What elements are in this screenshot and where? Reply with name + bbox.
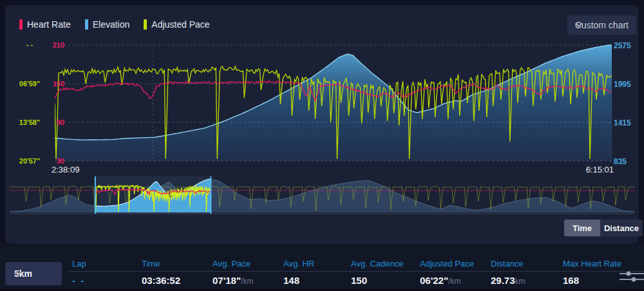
- hr-axis-label: 30: [39, 156, 64, 165]
- cell-avg-cadence: 150: [351, 275, 367, 286]
- column-header-max-heart-rate: Max Heart Rate: [563, 259, 621, 268]
- chart-legend: Heart Rate Elevation Adjusted Pace: [19, 19, 210, 30]
- minimap-scrubber[interactable]: [10, 176, 634, 215]
- legend-label: Heart Rate: [27, 19, 71, 30]
- lap-interval-dropdown[interactable]: 5km: [5, 262, 62, 285]
- elevation-axis-label: 835: [614, 157, 627, 166]
- chart-type-dropdown-label: Custom chart: [575, 20, 629, 30]
- cell-lap: - -: [72, 275, 85, 286]
- column-header-avg-hr: Avg. HR: [283, 259, 314, 268]
- legend-label: Adjusted Pace: [151, 19, 209, 30]
- cell-adjusted-pace: 06'22"/km: [420, 275, 460, 286]
- elevation-axis-label: 1995: [614, 80, 631, 89]
- cell-distance: 29.73km: [491, 275, 526, 286]
- elevation-axis-label: 2575: [614, 41, 631, 50]
- column-header-lap: Lap: [72, 259, 86, 268]
- chevron-down-icon: [14, 271, 22, 276]
- table-divider: [68, 271, 644, 272]
- start-time-label: 2:38:09: [52, 165, 79, 174]
- end-time-label: 6:15:01: [549, 165, 614, 174]
- column-header-distance: Distance: [491, 259, 524, 268]
- cell-avg-pace: 07'18"/km: [213, 275, 253, 286]
- sliders-settings-icon[interactable]: [620, 268, 644, 285]
- cell-avg-hr: 148: [283, 275, 299, 286]
- column-header-adjusted-pace: Adjusted Pace: [420, 259, 474, 268]
- toggle-time-button[interactable]: Time: [564, 220, 600, 236]
- bottom-strip: [0, 288, 644, 291]
- cell-max-heart-rate: 168: [563, 275, 579, 286]
- chevron-down-icon: [575, 23, 583, 28]
- x-axis-mode-toggle: Time Distance: [564, 220, 643, 236]
- hr-axis-label: 150: [39, 79, 64, 88]
- cell-time: 03:36:52: [142, 275, 180, 286]
- heart-rate-swatch-icon: [19, 19, 23, 30]
- hr-axis-label: 90: [39, 118, 64, 127]
- legend-item-adjusted-pace[interactable]: Adjusted Pace: [144, 19, 209, 30]
- column-header-avg-cadence: Avg. Cadence: [351, 259, 403, 268]
- legend-item-heart-rate[interactable]: Heart Rate: [19, 19, 71, 30]
- column-header-avg-pace: Avg. Pace: [213, 259, 251, 268]
- main-chart[interactable]: [55, 40, 612, 166]
- hr-axis-label: 210: [39, 41, 64, 50]
- elevation-swatch-icon: [85, 19, 88, 30]
- adjusted-pace-swatch-icon: [144, 19, 147, 30]
- legend-item-elevation[interactable]: Elevation: [85, 19, 130, 30]
- lap-table-section: [0, 243, 644, 291]
- chart-type-dropdown[interactable]: Custom chart: [567, 15, 636, 35]
- column-header-time: Time: [142, 259, 160, 268]
- elevation-axis-label: 1415: [614, 118, 631, 127]
- toggle-distance-button[interactable]: Distance: [600, 220, 643, 236]
- legend-label: Elevation: [93, 19, 130, 30]
